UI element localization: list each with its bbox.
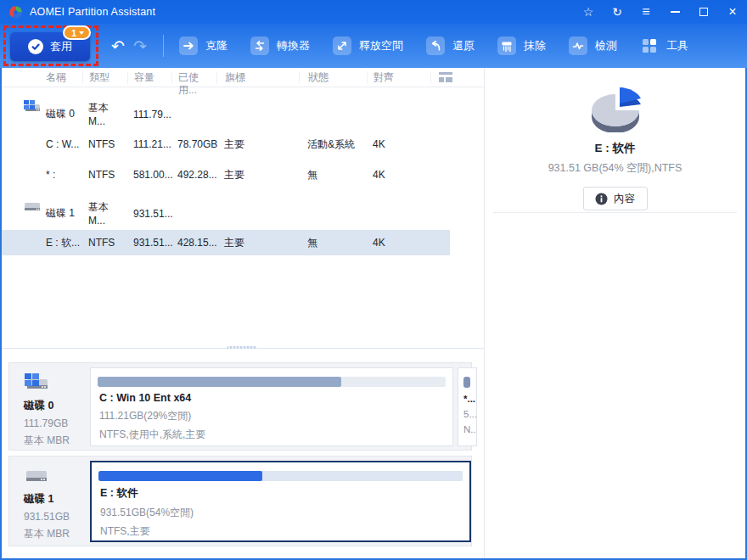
partition-block-c[interactable]: C : Win 10 Ent x64 111.21GB(29%空閒) NTFS,… [90,367,453,446]
cell-used: 78.70GB [171,138,216,150]
tools-label: 工具 [666,38,688,53]
wipe-icon [497,36,516,55]
restore-label: 還原 [452,38,475,53]
table-row-partition-c[interactable]: C : W... NTFS 111.21... 78.70GB 主要 活動&系統… [2,132,450,157]
table-row-disk1[interactable]: 磁碟 1 基本 M... 931.51... [2,200,450,226]
clone-button[interactable]: 克隆 [179,36,227,55]
contents-button[interactable]: 內容 [583,187,648,210]
cell-capacity: 581.00... [127,169,171,181]
disk-colored-icon [24,372,49,393]
disk-layout: 基本 MBR [24,434,87,448]
refresh-icon[interactable]: ↻ [603,0,632,24]
cell-name: E : 软... [46,237,80,249]
cell-align: 4K [367,237,430,249]
table-row-disk0[interactable]: 磁碟 0 基本 M... 111.79... [2,101,450,126]
partition-attrs: NTFS,主要 [100,524,469,539]
volume-title: E : 软件 [485,141,745,156]
disk1-panel: 磁碟 1 931.51GB 基本 MBR E : 软件 931.51GB(54%… [8,456,472,546]
cell-capacity: 931.51... [127,237,171,249]
undo-button[interactable]: ↶ [107,38,129,54]
cell-align: 4K [367,138,430,150]
column-header-name: 名稱 [2,71,82,84]
cell-flag: 主要 [216,168,299,182]
minimize-button[interactable] [660,0,689,24]
disk-colored-icon [23,99,42,117]
list-layout-icon[interactable] [438,71,453,83]
partition-table: 名稱 類型 容量 已使用... 旗標 狀態 對齊 磁碟 0 基本 M... 11… [2,68,484,348]
cell-type: 基本 M... [82,200,127,227]
maximize-button[interactable] [689,0,718,24]
cell-type: 基本 M... [82,101,127,127]
cell-used: 428.15... [171,237,216,249]
cell-name: * : [46,169,55,181]
disk0-info[interactable]: 磁碟 0 111.79GB 基本 MBR [9,363,87,450]
table-row-partition-star[interactable]: * : NTFS 581.00... 492.28... 主要 無 4K [2,162,450,188]
toolbar-separator [163,35,164,57]
column-header-status: 狀態 [299,71,367,84]
usage-bar [98,377,446,387]
caret-down-icon [79,31,84,35]
apply-button-label: 套用 [50,39,72,54]
usage-pie-chart [590,85,641,132]
wipe-button[interactable]: 抹除 [497,36,546,55]
partition-info: 111.21GB(29%空閒) [99,409,452,423]
details-divider [493,212,737,213]
free-space-label: 釋放空間 [359,38,403,53]
restore-button[interactable]: 還原 [426,36,475,55]
disk0-panel: 磁碟 0 111.79GB 基本 MBR C : Win 10 Ent x64 … [8,362,472,451]
converter-icon [250,36,269,55]
partition-info: 931.51GB(54%空閒) [100,506,469,520]
tools-button[interactable]: 工具 [640,36,688,55]
apply-zone: 套用 1 [0,24,105,68]
partition-title: C : Win 10 Ent x64 [99,392,452,404]
app-window: AOMEI Partition Assistant ☆ ↻ ≡ × 套用 1 [0,0,747,560]
partition-block-star[interactable]: *... 5... N.. [458,367,477,446]
cell-capacity: 111.79... [127,109,171,120]
favorite-star-icon[interactable]: ☆ [574,0,603,24]
free-space-button[interactable]: 釋放空間 [333,36,403,55]
wipe-label: 抹除 [524,38,546,53]
column-header-used: 已使用... [171,71,216,84]
converter-button[interactable]: 轉換器 [250,36,310,55]
disk1-info[interactable]: 磁碟 1 931.51GB 基本 MBR [9,456,87,546]
partition-attrs: N.. [463,424,476,434]
column-header-capacity: 容量 [127,71,171,84]
disk-gray-icon [23,199,42,216]
column-header-align: 對齊 [367,71,430,84]
window-controls: ☆ ↻ ≡ × [574,0,747,24]
cell-type: NTFS [82,169,127,181]
app-title: AOMEI Partition Assistant [30,6,155,18]
table-header: 名稱 類型 容量 已使用... 旗標 狀態 對齊 [2,68,484,87]
pending-operations-badge[interactable]: 1 [63,25,91,40]
test-button[interactable]: 檢測 [569,36,617,55]
usage-bar-mini [463,377,470,388]
info-icon [595,193,608,205]
restore-icon [426,36,445,55]
cell-used: 492.28... [171,169,216,181]
disk-gray-icon [24,466,49,486]
partition-block-e-selected[interactable]: E : 软件 931.51GB(54%空閒) NTFS,主要 [90,461,471,542]
cell-status: 無 [299,168,367,182]
cell-type: NTFS [82,138,127,150]
disk-map-area: 磁碟 0 111.79GB 基本 MBR C : Win 10 Ent x64 … [2,349,484,558]
menu-icon[interactable]: ≡ [632,0,660,24]
clone-icon [179,36,198,55]
contents-button-label: 內容 [614,192,635,206]
cell-name: 磁碟 0 [46,108,75,120]
redo-button[interactable]: ↷ [129,38,151,54]
converter-label: 轉換器 [277,38,310,53]
cell-flag: 主要 [216,137,299,152]
usage-bar [98,471,463,481]
cell-capacity: 931.51... [127,208,171,220]
disk-name: 磁碟 1 [24,492,87,507]
close-button[interactable]: × [718,0,747,24]
toolbar-buttons: 克隆 轉換器 釋放空間 還原 [179,36,688,55]
test-label: 檢測 [595,38,617,53]
title-bar: AOMEI Partition Assistant ☆ ↻ ≡ × [0,0,747,24]
table-row-partition-e[interactable]: E : 软... NTFS 931.51... 428.15... 主要 無 4… [2,230,450,255]
cell-status: 活動&系統 [299,137,367,152]
cell-name: 磁碟 1 [46,207,75,219]
clone-label: 克隆 [205,38,227,53]
free-space-icon [333,36,351,55]
disk-size: 111.79GB [24,417,87,429]
